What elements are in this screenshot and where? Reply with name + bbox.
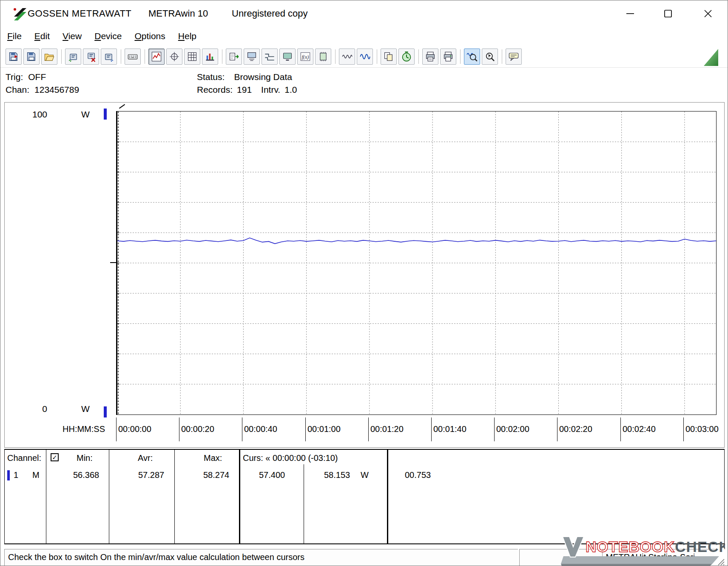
trig-label: Trig: <box>6 72 23 82</box>
status-label: Status: <box>197 72 225 82</box>
x-tick-label: 00:01:40 <box>431 417 466 441</box>
toolbar-separator <box>460 49 461 64</box>
license-status: Unregistered copy <box>232 8 308 19</box>
realtime-clock-button[interactable] <box>398 49 415 65</box>
brand-name: GOSSEN METRAWATT <box>28 8 131 19</box>
statusbar-hint-text: Check the box to switch On the min/avr/m… <box>8 552 304 562</box>
formula-fx-button[interactable]: f(x) <box>297 49 313 65</box>
open-button[interactable] <box>41 49 57 65</box>
toolbar-separator <box>377 49 377 64</box>
toolbar-separator <box>335 49 336 64</box>
copy-graph-button[interactable] <box>381 49 397 65</box>
table-divider <box>304 464 304 543</box>
check-icon: ✓ <box>52 454 57 461</box>
cell-delta-value: 00.753 <box>405 470 431 480</box>
svg-text:f(x): f(x) <box>302 54 309 60</box>
channel-visibility-checkbox[interactable]: ✓ <box>51 453 59 461</box>
export-data-button[interactable] <box>226 49 242 65</box>
toolbar-separator <box>222 49 222 64</box>
menu-edit[interactable]: Edit <box>34 31 50 41</box>
read-device-memory-button[interactable] <box>65 49 81 65</box>
y-axis-unit-bottom: W <box>81 404 90 414</box>
green-corner-indicator <box>703 46 720 67</box>
x-tick-label: 00:02:40 <box>620 417 656 441</box>
toolbar: f(x) <box>0 46 728 68</box>
print-button[interactable] <box>440 49 456 65</box>
menu-options[interactable]: Options <box>134 31 165 41</box>
zoom-select-button[interactable] <box>482 49 498 65</box>
x-tick-label: 00:00:40 <box>242 417 277 441</box>
close-icon <box>703 9 713 18</box>
close-button[interactable] <box>698 4 718 23</box>
y-axis-max-label: 100 <box>22 109 47 120</box>
maximize-button[interactable] <box>658 4 678 23</box>
min-column-header: Min: <box>77 453 93 463</box>
trig-value: OFF <box>28 72 46 82</box>
small-signal-button[interactable] <box>339 49 355 65</box>
power-trace-chart <box>117 111 716 414</box>
cursor-column-header: Curs: « 00:00:00 (-03:10) <box>243 453 338 463</box>
cursor-handle[interactable] <box>119 104 125 109</box>
max-column-header: Max: <box>204 453 222 463</box>
table-view-button[interactable] <box>184 49 200 65</box>
toolbar-separator <box>145 49 145 64</box>
channel1-marker-bottom <box>104 406 107 417</box>
table-divider-thick <box>387 450 388 543</box>
watermark-check-text: CHECK <box>675 538 725 555</box>
line-chart-view-button[interactable] <box>148 49 165 65</box>
channel1-row-marker <box>7 470 10 480</box>
cell-channel-number: 1 <box>14 470 18 480</box>
x-tick-label: 00:01:20 <box>368 417 404 441</box>
minimize-button[interactable] <box>620 4 640 23</box>
toolbar-separator <box>121 49 121 64</box>
menu-device[interactable]: Device <box>94 31 122 41</box>
statusbar-hint-cell: Check the box to switch On the min/avr/m… <box>4 549 518 566</box>
records-label: Records: <box>197 85 233 94</box>
status-records-info: Status:Browsing Data Records:191Intrv.1.… <box>197 71 297 96</box>
y-axis-mid-tick <box>110 262 117 263</box>
erase-device-memory-button[interactable] <box>83 49 99 65</box>
minimize-icon <box>626 9 635 18</box>
menu-help[interactable]: Help <box>178 31 196 41</box>
save-as-button[interactable] <box>6 49 22 65</box>
interval-value: 1.0 <box>284 85 297 94</box>
channel-column-header: Channel: <box>7 453 41 463</box>
x-tick-label: 00:03:00 <box>683 417 719 441</box>
interface-config-button[interactable] <box>244 49 260 65</box>
menu-file[interactable]: File <box>7 31 22 41</box>
menu-view[interactable]: View <box>63 31 82 41</box>
status-value: Browsing Data <box>234 72 292 82</box>
chart-panel: 100 W 0 W HH:MM:SS 00:00:0000:00:2000:00… <box>4 102 725 448</box>
channel-sequence-button[interactable] <box>262 49 278 65</box>
trigger-channel-info: Trig:OFF Chan:123456789 <box>6 71 79 96</box>
cell-min-value: 56.368 <box>73 470 99 480</box>
title-bar: GOSSEN METRAWATT METRAwin 10 Unregistere… <box>0 0 728 28</box>
channel-stats-table: Channel: ✓ Min: Avr: Max: Curs: « 00:00:… <box>4 449 725 544</box>
monitor-view-button[interactable] <box>279 49 296 65</box>
notebookcheck-watermark: NOTEBOOKCHECK <box>561 533 725 566</box>
records-value: 191 <box>237 85 252 94</box>
toolbar-separator <box>418 49 419 64</box>
save-button[interactable] <box>23 49 40 65</box>
write-device-memory-button[interactable] <box>101 49 117 65</box>
toolbar-separator <box>502 49 502 64</box>
cell-channel-mode: M <box>32 470 40 480</box>
avr-column-header: Avr: <box>138 453 153 463</box>
chan-value: 123456789 <box>34 85 79 94</box>
bar-graph-view-button[interactable] <box>202 49 218 65</box>
cell-unit: W <box>361 470 369 480</box>
zoom-signal-button[interactable] <box>464 49 480 65</box>
table-divider <box>174 450 175 543</box>
hint-tooltip-button[interactable] <box>506 49 522 65</box>
table-divider <box>46 450 46 543</box>
y-axis-unit-top: W <box>81 109 90 120</box>
data-memory-button[interactable] <box>315 49 331 65</box>
virtual-keyboard-button[interactable] <box>125 49 141 65</box>
table-divider-thick <box>239 450 240 543</box>
crosshair-cursor-button[interactable] <box>166 49 182 65</box>
x-tick-label: 00:01:00 <box>305 417 341 441</box>
cell-avr-value: 57.287 <box>138 470 164 480</box>
large-signal-button[interactable] <box>357 49 373 65</box>
chart-plot-area[interactable] <box>116 111 717 415</box>
print-preview-button[interactable] <box>422 49 438 65</box>
